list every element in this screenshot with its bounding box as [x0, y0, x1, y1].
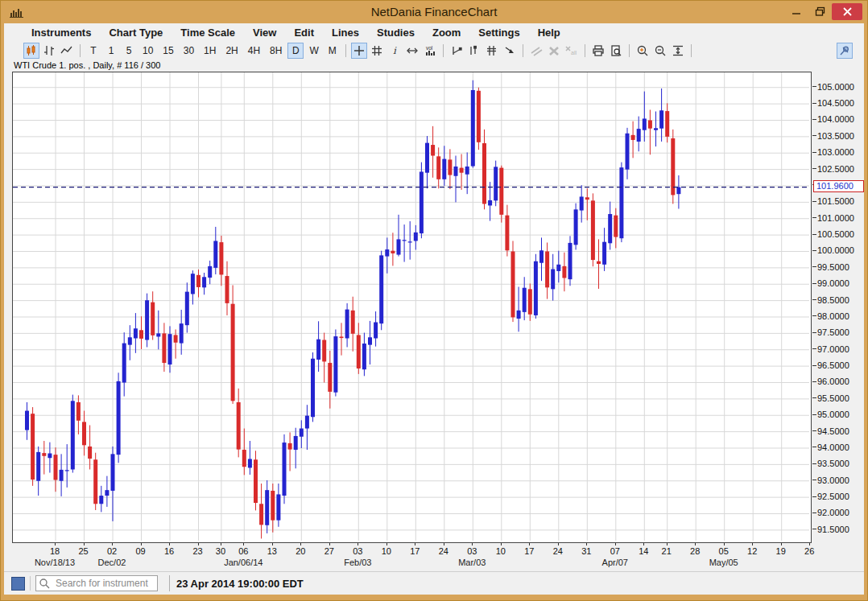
channel-tool-button[interactable]	[528, 43, 544, 59]
candle	[556, 251, 560, 283]
axis-tick	[812, 103, 816, 104]
price-axis-label: 96.0000	[812, 377, 849, 387]
menu-help[interactable]: Help	[538, 27, 560, 39]
delete-all-lines-button[interactable]: all	[564, 43, 580, 59]
time-axis-label: 23	[186, 546, 210, 556]
candle	[665, 103, 669, 142]
restore-button[interactable]	[808, 3, 832, 20]
menu-zoom[interactable]: Zoom	[432, 27, 461, 39]
parallel-lines-tool-button[interactable]	[484, 43, 500, 59]
timescale-m[interactable]: M	[324, 43, 341, 59]
menu-edit[interactable]: Edit	[294, 27, 314, 39]
menu-view[interactable]: View	[253, 27, 276, 39]
time-axis[interactable]: 1825020916233006132027031017240310172431…	[12, 543, 864, 572]
menu-studies[interactable]: Studies	[377, 27, 415, 39]
price-axis[interactable]: 105.0000104.5000104.0000103.5000103.0000…	[812, 72, 864, 554]
search-input[interactable]	[35, 575, 158, 591]
timescale-15[interactable]: 15	[159, 43, 177, 59]
candle	[60, 454, 64, 496]
price-axis-label: 91.5000	[812, 524, 849, 534]
volume-button[interactable]: vol	[422, 43, 438, 59]
candle	[276, 484, 280, 527]
title-bar[interactable]: NetDania FinanceChart	[1, 1, 867, 23]
candlestick-chart-button[interactable]	[23, 43, 39, 59]
price-axis-label: 103.5000	[812, 130, 854, 141]
instrument-list-icon[interactable]	[11, 577, 25, 591]
candle	[36, 447, 40, 496]
time-axis-label: 26	[797, 546, 821, 556]
candle	[202, 273, 206, 294]
time-axis-label: 28	[683, 546, 707, 556]
axis-tick	[812, 430, 816, 431]
timescale-10[interactable]: 10	[138, 43, 157, 59]
time-axis-label: 03	[345, 546, 370, 556]
candle	[631, 121, 635, 158]
svg-text:all: all	[571, 50, 577, 56]
minimize-button[interactable]	[785, 3, 808, 20]
candlestick-plot	[13, 72, 809, 541]
ohlc-bars-button[interactable]	[41, 43, 57, 59]
candle	[362, 333, 366, 377]
time-axis-label: 10	[374, 546, 399, 556]
print-preview-button[interactable]	[608, 43, 624, 59]
crosshair-button[interactable]	[351, 43, 367, 59]
line-chart-button[interactable]	[59, 43, 75, 59]
timescale-30[interactable]: 30	[180, 43, 198, 59]
candle	[271, 484, 275, 533]
candle	[134, 313, 138, 353]
trend-line-tool-button[interactable]	[448, 43, 465, 59]
candle	[151, 291, 155, 340]
menu-lines[interactable]: Lines	[332, 27, 359, 39]
axis-tick	[415, 543, 415, 545]
menu-instruments[interactable]: Instruments	[31, 27, 91, 39]
candle	[403, 224, 407, 261]
candle	[659, 89, 663, 142]
candle	[551, 254, 555, 301]
axis-tick	[386, 543, 387, 545]
timescale-8h[interactable]: 8H	[266, 43, 286, 59]
candle	[368, 321, 372, 364]
timescale-d[interactable]: D	[287, 43, 304, 59]
menu-settings[interactable]: Settings	[478, 27, 519, 39]
price-chart[interactable]	[12, 72, 812, 543]
price-axis-label: 95.5000	[812, 393, 849, 403]
axis-tick	[812, 201, 816, 202]
timescale-t[interactable]: T	[85, 43, 101, 59]
zoom-out-button[interactable]	[652, 43, 668, 59]
vertical-line-tool-button[interactable]	[466, 43, 482, 59]
arrow-tool-button[interactable]	[502, 43, 518, 59]
month-axis-label: May/05	[690, 558, 758, 567]
axis-tick	[558, 543, 559, 545]
search-icon	[39, 578, 51, 590]
timescale-1[interactable]: 1	[103, 43, 119, 59]
price-axis-label: 103.0000	[812, 147, 854, 158]
price-axis-label: 101.5000	[812, 196, 854, 207]
price-axis-label: 97.0000	[812, 344, 849, 354]
candle	[283, 434, 287, 504]
horizontal-scale-button[interactable]	[404, 43, 420, 59]
dock-panel-button[interactable]	[837, 43, 853, 59]
menu-time-scale[interactable]: Time Scale	[180, 27, 235, 39]
chart-instrument-label: WTI Crude 1. pos. , Daily, # 116 / 300	[14, 60, 160, 70]
print-button[interactable]	[590, 43, 606, 59]
timescale-1h[interactable]: 1H	[200, 43, 220, 59]
price-axis-label: 94.0000	[812, 442, 849, 452]
candle	[580, 185, 584, 222]
timescale-w[interactable]: W	[305, 43, 322, 59]
menu-chart-type[interactable]: Chart Type	[109, 27, 163, 39]
axis-tick	[55, 543, 56, 545]
timescale-2h[interactable]: 2H	[221, 43, 242, 59]
fit-vertical-button[interactable]	[670, 43, 686, 59]
candle	[414, 225, 418, 250]
candle	[156, 311, 160, 349]
grid-button[interactable]	[369, 43, 385, 59]
delete-line-button[interactable]	[546, 43, 562, 59]
time-axis-label: 06	[231, 546, 255, 556]
zoom-in-button[interactable]	[634, 43, 651, 59]
search-box[interactable]	[35, 575, 158, 591]
close-button[interactable]	[832, 3, 862, 20]
timescale-5[interactable]: 5	[121, 43, 137, 59]
candle	[300, 420, 304, 448]
info-button[interactable]: i	[386, 43, 403, 59]
timescale-4h[interactable]: 4H	[244, 43, 264, 59]
